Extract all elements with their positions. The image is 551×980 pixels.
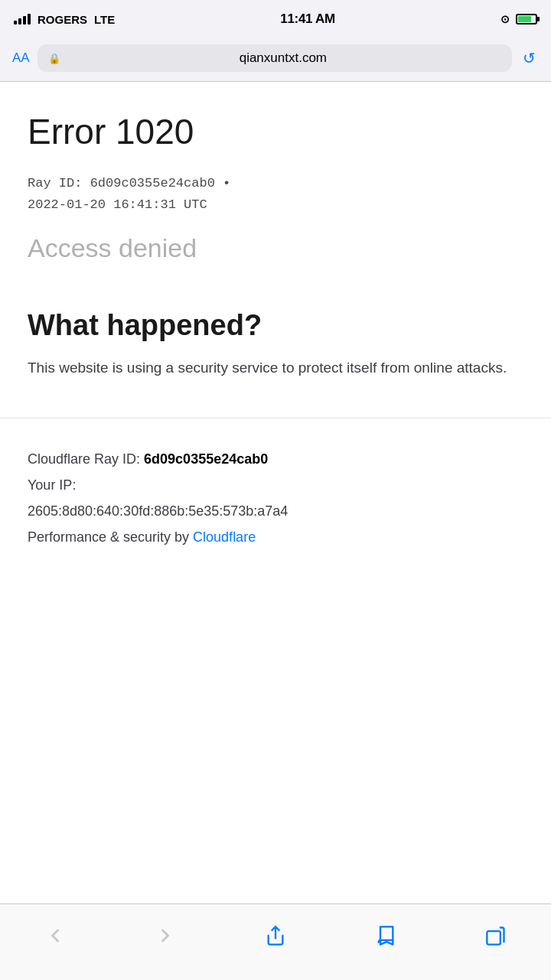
page-content: Error 1020 Ray ID: 6d09c0355e24cab0 • 20…: [0, 82, 551, 581]
back-button[interactable]: [32, 919, 78, 952]
signal-bars: [14, 14, 31, 24]
screen-lock-icon: ⊙: [500, 13, 510, 25]
ray-id-value: 6d09c0355e24cab0: [90, 176, 215, 190]
timestamp: 2022-01-20 16:41:31 UTC: [28, 197, 207, 212]
reload-button[interactable]: ↺: [520, 46, 539, 70]
performance-label: Performance & security by: [28, 529, 189, 545]
status-right: ⊙: [500, 13, 537, 25]
error-title: Error 1020: [28, 112, 523, 151]
bottom-nav: [0, 903, 551, 980]
tabs-button[interactable]: [473, 919, 519, 952]
carrier-label: ROGERS: [37, 13, 87, 26]
url-text: qianxuntxt.com: [65, 50, 501, 66]
what-happened-heading: What happened?: [28, 309, 523, 342]
lock-icon: 🔒: [48, 53, 60, 64]
share-button[interactable]: [253, 919, 298, 952]
aa-button[interactable]: AA: [12, 50, 30, 66]
access-denied-text: Access denied: [28, 233, 523, 263]
network-label: LTE: [94, 13, 115, 26]
back-icon: [44, 925, 66, 946]
tabs-icon: [485, 925, 507, 946]
forward-icon: [155, 925, 176, 946]
bullet-dot: •: [223, 176, 230, 190]
share-icon: [265, 925, 286, 946]
description-text: This website is using a security service…: [28, 357, 523, 379]
cloudflare-link[interactable]: Cloudflare: [193, 529, 256, 545]
time-label: 11:41 AM: [280, 11, 335, 27]
footer-info: Cloudflare Ray ID: 6d09c0355e24cab0 Your…: [28, 446, 523, 551]
address-bar: AA 🔒 qianxuntxt.com ↺: [0, 38, 551, 81]
performance-row: Performance & security by Cloudflare: [28, 524, 523, 550]
section-divider: [0, 418, 551, 418]
status-left: ROGERS LTE: [14, 13, 115, 26]
cloudflare-ray-label: Cloudflare Ray ID:: [28, 451, 140, 467]
url-bar[interactable]: 🔒 qianxuntxt.com: [37, 44, 512, 72]
ip-row: Your IP: 2605:8d80:640:30fd:886b:5e35:57…: [28, 472, 523, 524]
cloudflare-ray-row: Cloudflare Ray ID: 6d09c0355e24cab0: [28, 446, 523, 472]
cloudflare-ray-value-text: 6d09c0355e24cab0: [144, 451, 268, 467]
svg-rect-1: [487, 931, 500, 945]
battery-icon: [516, 14, 537, 24]
bookmarks-icon: [375, 925, 396, 946]
your-ip-label: Your IP:: [28, 477, 76, 493]
bookmarks-button[interactable]: [363, 919, 409, 952]
ray-id-block: Ray ID: 6d09c0355e24cab0 • 2022-01-20 16…: [28, 173, 523, 217]
forward-button[interactable]: [142, 919, 188, 952]
ray-id-label: Ray ID:: [28, 176, 82, 190]
status-bar: ROGERS LTE 11:41 AM ⊙: [0, 0, 551, 38]
ip-value: 2605:8d80:640:30fd:886b:5e35:573b:a7a4: [28, 503, 288, 519]
